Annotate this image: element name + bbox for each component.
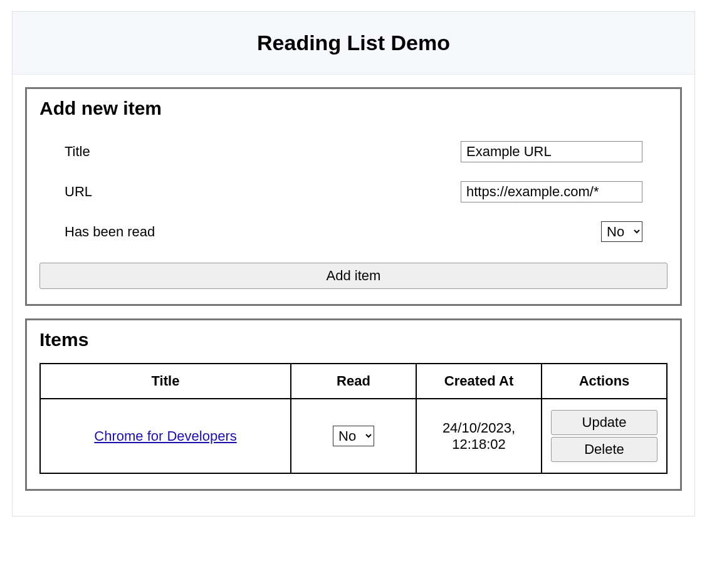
item-title-link[interactable]: Chrome for Developers [94,428,236,444]
items-heading: Items [39,329,668,350]
item-created-at-cell: 24/10/2023, 12:18:02 [416,399,542,473]
title-row: Title [39,132,668,172]
col-header-read: Read [291,364,416,399]
app-container: Reading List Demo Add new item Title URL… [12,11,695,517]
url-label: URL [65,184,92,200]
item-read-cell: No Yes [291,399,416,473]
item-actions-cell: Update Delete [542,399,667,473]
col-header-created-at: Created At [416,364,542,399]
delete-button[interactable]: Delete [551,437,657,462]
col-header-actions: Actions [542,364,667,399]
has-been-read-select[interactable]: No Yes [601,221,642,242]
items-header-row: Title Read Created At Actions [40,364,667,399]
title-label: Title [65,144,90,160]
url-row: URL [39,172,668,212]
item-read-select[interactable]: No Yes [333,426,374,446]
items-table: Title Read Created At Actions Chrome for… [39,363,668,474]
has-been-read-label: Has been read [65,224,155,240]
app-content: Add new item Title URL Has been read No … [13,75,694,516]
item-title-cell: Chrome for Developers [40,399,291,473]
add-item-panel: Add new item Title URL Has been read No … [25,87,682,306]
title-input[interactable] [461,141,642,162]
add-item-heading: Add new item [39,98,668,119]
update-button[interactable]: Update [551,410,657,435]
table-row: Chrome for Developers No Yes 24/10/2023,… [40,399,667,473]
add-item-button[interactable]: Add item [39,263,668,289]
col-header-title: Title [40,364,291,399]
page-title: Reading List Demo [13,31,694,55]
url-input[interactable] [461,181,642,202]
app-header: Reading List Demo [13,12,694,75]
has-been-read-row: Has been read No Yes [39,212,668,251]
items-panel: Items Title Read Created At Actions Chro… [25,318,682,491]
